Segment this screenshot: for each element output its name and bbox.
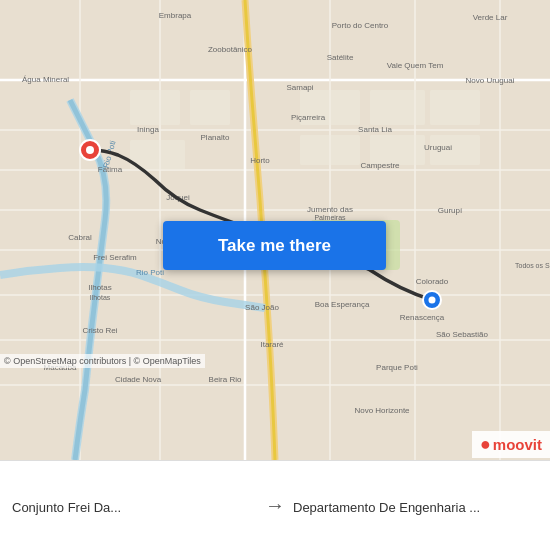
svg-text:Vale Quem Tem: Vale Quem Tem bbox=[387, 61, 444, 70]
svg-text:Cidade Nova: Cidade Nova bbox=[115, 375, 162, 384]
svg-text:Piçarreira: Piçarreira bbox=[291, 113, 326, 122]
svg-point-69 bbox=[86, 146, 94, 154]
svg-text:Ilhotas: Ilhotas bbox=[88, 283, 112, 292]
svg-text:Rio Poti: Rio Poti bbox=[136, 268, 164, 277]
svg-text:Colorado: Colorado bbox=[416, 277, 449, 286]
svg-text:Jumento das: Jumento das bbox=[307, 205, 353, 214]
svg-text:Frei Serafim: Frei Serafim bbox=[93, 253, 137, 262]
svg-rect-17 bbox=[190, 90, 230, 125]
svg-text:Uruguai: Uruguai bbox=[424, 143, 452, 152]
svg-text:Campestre: Campestre bbox=[360, 161, 400, 170]
svg-text:Ininga: Ininga bbox=[137, 125, 159, 134]
svg-text:Beira Rio: Beira Rio bbox=[209, 375, 242, 384]
svg-rect-21 bbox=[430, 90, 480, 125]
svg-text:Porto do Centro: Porto do Centro bbox=[332, 21, 389, 30]
take-me-there-button[interactable]: Take me there bbox=[163, 221, 386, 270]
svg-text:Renascença: Renascença bbox=[400, 313, 445, 322]
svg-text:Novo Uruguai: Novo Uruguai bbox=[466, 76, 515, 85]
destination-name: Departamento De Engenharia ... bbox=[293, 500, 538, 515]
map-attribution: © OpenStreetMap contributors | © OpenMap… bbox=[0, 354, 205, 368]
svg-text:Samapi: Samapi bbox=[286, 83, 313, 92]
svg-text:Ilhotas: Ilhotas bbox=[90, 294, 111, 301]
svg-text:Embrapa: Embrapa bbox=[159, 11, 192, 20]
svg-text:Cristo Rei: Cristo Rei bbox=[82, 326, 117, 335]
svg-text:Água Mineral: Água Mineral bbox=[22, 75, 69, 84]
svg-text:Zoobotânico: Zoobotânico bbox=[208, 45, 253, 54]
bottom-bar: ● moovit Conjunto Frei Da... → Departame… bbox=[0, 460, 550, 550]
moovit-logo: ● moovit bbox=[472, 431, 550, 458]
svg-text:São João: São João bbox=[245, 303, 279, 312]
origin-location: Conjunto Frei Da... bbox=[12, 496, 257, 515]
svg-point-71 bbox=[429, 297, 436, 304]
map-container: Embrapa Zoobotânico Porto do Centro Verd… bbox=[0, 0, 550, 460]
svg-text:Todos os Sa...: Todos os Sa... bbox=[515, 262, 550, 269]
svg-text:São Sebastião: São Sebastião bbox=[436, 330, 489, 339]
svg-text:Boa Esperança: Boa Esperança bbox=[315, 300, 370, 309]
svg-text:Gurupí: Gurupí bbox=[438, 206, 463, 215]
direction-arrow-icon: → bbox=[265, 494, 285, 517]
moovit-text: moovit bbox=[493, 436, 542, 453]
svg-rect-16 bbox=[130, 90, 180, 125]
arrow-container: → bbox=[257, 494, 293, 517]
svg-text:Santa Lia: Santa Lia bbox=[358, 125, 392, 134]
svg-text:Palmeiras: Palmeiras bbox=[314, 214, 346, 221]
svg-text:Itararé: Itararé bbox=[260, 340, 284, 349]
moovit-icon: ● bbox=[480, 434, 491, 455]
svg-text:Satélite: Satélite bbox=[327, 53, 354, 62]
svg-text:Verde Lar: Verde Lar bbox=[473, 13, 508, 22]
svg-rect-20 bbox=[370, 90, 425, 125]
svg-text:Planalto: Planalto bbox=[201, 133, 230, 142]
origin-name: Conjunto Frei Da... bbox=[12, 500, 257, 515]
destination-location: Departamento De Engenharia ... bbox=[293, 496, 538, 515]
app: Embrapa Zoobotânico Porto do Centro Verd… bbox=[0, 0, 550, 550]
svg-text:Novo Horizonte: Novo Horizonte bbox=[354, 406, 410, 415]
svg-rect-22 bbox=[300, 135, 360, 165]
svg-text:Cabral: Cabral bbox=[68, 233, 92, 242]
svg-text:Horto: Horto bbox=[250, 156, 270, 165]
svg-text:Parque Poti: Parque Poti bbox=[376, 363, 418, 372]
